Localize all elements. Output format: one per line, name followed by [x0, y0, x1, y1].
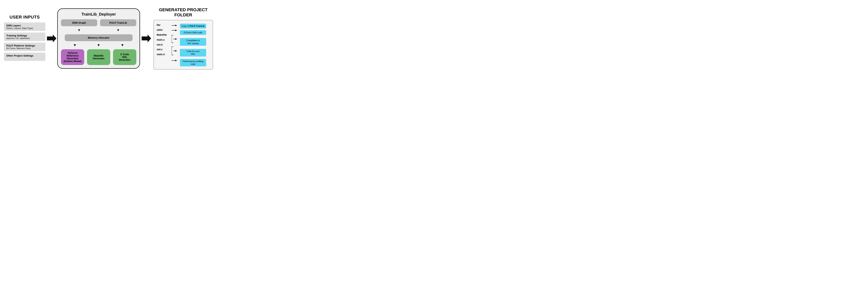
diagram: USER INPUTS DNN Layers (Sizes, Layout, D… — [4, 7, 213, 70]
memory-allocator-block: Memory Allocator — [65, 34, 132, 41]
input-box-dnn-layers: DNN Layers (Sizes, Layout, Data Type) — [4, 23, 45, 31]
svg-marker-0 — [47, 34, 56, 42]
label-boxes: Copy of PULP-TrainLib PyTorch GM & utils… — [180, 23, 206, 66]
bracket-svg — [172, 23, 180, 66]
dnn-layers-sub: (Sizes, Layout, Data Type) — [6, 27, 43, 29]
training-title: Training Settings — [6, 34, 43, 37]
svg-marker-17 — [175, 60, 177, 61]
input-box-pulp: PULP Platform Settings (N Cores, Memory … — [4, 42, 45, 51]
generated-section: GENERATED PROJECT FOLDER lib/ utils/ Mak… — [153, 7, 213, 70]
svg-marker-15 — [175, 50, 177, 52]
down-arrow-left: ▼ — [61, 28, 97, 32]
input-box-other: Other Project Settings — [4, 53, 45, 61]
down-arrow-right: ▼ — [100, 28, 136, 32]
file-list: lib/ utils/ Makefile main.c net.h net.c … — [157, 23, 170, 57]
label-odl-code: Code for yourODL — [180, 49, 206, 57]
generated-title: GENERATED PROJECT FOLDER — [153, 7, 213, 18]
makefile-generator-block: Makefile Generator — [87, 49, 110, 65]
top-blocks: DNN Graph PULP-TrainLib — [61, 19, 136, 26]
training-sub: (epochs, LR, optimizer) — [6, 37, 43, 39]
pytorch-reference-block: PyTorch Reference Generator (Golden Mode… — [61, 49, 84, 65]
c-code-odl-block: C Code ODL Generator — [113, 49, 136, 65]
deployer-box: TrainLib_Deployer DNN Graph PULP-TrainLi… — [57, 8, 140, 69]
file-lib: lib/ — [157, 23, 169, 27]
top-down-arrows: ▼ ▼ — [61, 28, 136, 32]
dnn-graph-block: DNN Graph — [61, 19, 97, 26]
connections-area: Copy of PULP-TrainLib PyTorch GM & utils… — [172, 23, 206, 66]
file-main: main.c — [157, 38, 169, 42]
generated-inner: lib/ utils/ Makefile main.c net.h net.c … — [153, 20, 213, 70]
pulp-trainlib-block: PULP-TrainLib — [100, 19, 136, 26]
user-inputs-section: USER INPUTS DNN Layers (Sizes, Layout, D… — [4, 14, 45, 63]
left-arrow — [45, 33, 57, 44]
file-stats: stats.h — [157, 53, 169, 57]
label-compilation: Compilation &SoC startup — [180, 38, 206, 46]
svg-marker-10 — [175, 38, 177, 40]
user-inputs-title: USER INPUTS — [4, 14, 45, 20]
label-profiling: Performance profilingcode — [180, 59, 206, 67]
label-pytorch-gm: PyTorch GM & utils — [180, 30, 206, 35]
pulp-sub: (N Cores, Memory Size) — [6, 47, 43, 49]
svg-marker-3 — [175, 25, 177, 26]
bottom-blocks: PyTorch Reference Generator (Golden Mode… — [61, 49, 136, 65]
file-makefile: Makefile — [157, 33, 169, 37]
down-arrow-2: ▼ — [97, 43, 100, 47]
down-arrow-3: ▼ — [121, 43, 124, 47]
svg-marker-1 — [142, 34, 151, 42]
dnn-layers-title: DNN Layers — [6, 24, 43, 27]
input-box-training: Training Settings (epochs, LR, optimizer… — [4, 33, 45, 41]
pulp-title: PULP Platform Settings — [6, 44, 43, 47]
right-arrow — [140, 33, 152, 44]
file-netc: net.c — [157, 47, 169, 52]
file-utils: utils/ — [157, 28, 169, 32]
other-title: Other Project Settings — [6, 54, 43, 57]
down-arrow-1: ▼ — [73, 43, 76, 47]
svg-marker-5 — [175, 30, 177, 31]
file-neth: net.h — [157, 43, 169, 47]
label-pulp-trainlib: Copy of PULP-TrainLib — [180, 24, 206, 28]
bottom-down-arrows: ▼ ▼ ▼ — [61, 43, 136, 47]
deployer-title: TrainLib_Deployer — [82, 12, 116, 16]
